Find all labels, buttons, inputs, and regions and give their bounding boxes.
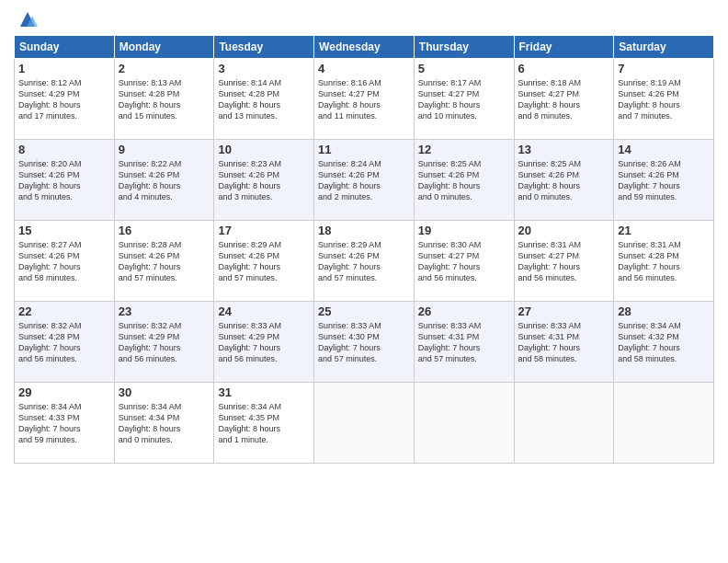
week-row-4: 22Sunrise: 8:32 AMSunset: 4:28 PMDayligh… <box>15 302 714 383</box>
calendar-cell: 20Sunrise: 8:31 AMSunset: 4:27 PMDayligh… <box>514 221 614 302</box>
calendar-cell: 12Sunrise: 8:25 AMSunset: 4:26 PMDayligh… <box>414 140 514 221</box>
calendar-cell <box>414 383 514 464</box>
calendar-cell: 2Sunrise: 8:13 AMSunset: 4:28 PMDaylight… <box>114 59 214 140</box>
calendar-cell: 19Sunrise: 8:30 AMSunset: 4:27 PMDayligh… <box>414 221 514 302</box>
logo <box>14 9 38 29</box>
day-info: Sunrise: 8:33 AMSunset: 4:31 PMDaylight:… <box>518 320 610 365</box>
calendar-cell: 17Sunrise: 8:29 AMSunset: 4:26 PMDayligh… <box>214 221 314 302</box>
weekday-header-sunday: Sunday <box>15 36 115 59</box>
day-number: 1 <box>18 62 110 75</box>
calendar-cell: 24Sunrise: 8:33 AMSunset: 4:29 PMDayligh… <box>214 302 314 383</box>
day-info: Sunrise: 8:33 AMSunset: 4:29 PMDaylight:… <box>218 320 310 365</box>
weekday-header-thursday: Thursday <box>414 36 514 59</box>
day-number: 19 <box>418 224 510 237</box>
day-number: 18 <box>318 224 410 237</box>
weekday-header-wednesday: Wednesday <box>314 36 415 59</box>
day-number: 21 <box>618 224 710 237</box>
day-info: Sunrise: 8:31 AMSunset: 4:28 PMDaylight:… <box>618 239 710 284</box>
day-number: 24 <box>218 304 310 318</box>
day-info: Sunrise: 8:20 AMSunset: 4:26 PMDaylight:… <box>18 158 110 203</box>
logo-icon <box>17 9 38 29</box>
day-number: 23 <box>119 304 210 318</box>
week-row-1: 1Sunrise: 8:12 AMSunset: 4:29 PMDaylight… <box>15 59 714 140</box>
calendar-cell: 3Sunrise: 8:14 AMSunset: 4:28 PMDaylight… <box>214 59 314 140</box>
day-number: 11 <box>318 143 410 156</box>
calendar-cell: 31Sunrise: 8:34 AMSunset: 4:35 PMDayligh… <box>214 383 314 464</box>
weekday-header-saturday: Saturday <box>614 36 714 59</box>
calendar-cell: 9Sunrise: 8:22 AMSunset: 4:26 PMDaylight… <box>114 140 214 221</box>
day-info: Sunrise: 8:30 AMSunset: 4:27 PMDaylight:… <box>418 239 510 284</box>
calendar-cell: 25Sunrise: 8:33 AMSunset: 4:30 PMDayligh… <box>314 302 415 383</box>
day-number: 6 <box>518 62 610 75</box>
day-number: 10 <box>218 143 310 156</box>
day-info: Sunrise: 8:34 AMSunset: 4:35 PMDaylight:… <box>218 401 310 446</box>
day-number: 9 <box>119 143 210 156</box>
day-info: Sunrise: 8:25 AMSunset: 4:26 PMDaylight:… <box>518 158 610 203</box>
day-number: 8 <box>18 143 110 156</box>
weekday-header-monday: Monday <box>114 36 214 59</box>
day-info: Sunrise: 8:26 AMSunset: 4:26 PMDaylight:… <box>618 158 710 203</box>
day-info: Sunrise: 8:34 AMSunset: 4:33 PMDaylight:… <box>18 401 110 446</box>
calendar-cell: 13Sunrise: 8:25 AMSunset: 4:26 PMDayligh… <box>514 140 614 221</box>
day-number: 27 <box>518 304 610 318</box>
day-info: Sunrise: 8:29 AMSunset: 4:26 PMDaylight:… <box>318 239 410 284</box>
day-info: Sunrise: 8:25 AMSunset: 4:26 PMDaylight:… <box>418 158 510 203</box>
day-info: Sunrise: 8:34 AMSunset: 4:32 PMDaylight:… <box>618 320 710 365</box>
weekday-header-tuesday: Tuesday <box>214 36 314 59</box>
page: SundayMondayTuesdayWednesdayThursdayFrid… <box>0 0 728 563</box>
day-info: Sunrise: 8:12 AMSunset: 4:29 PMDaylight:… <box>18 77 110 122</box>
day-number: 26 <box>418 304 510 318</box>
calendar-cell <box>314 383 415 464</box>
day-number: 15 <box>18 224 110 237</box>
calendar-cell <box>514 383 614 464</box>
day-number: 30 <box>119 385 210 399</box>
day-info: Sunrise: 8:32 AMSunset: 4:28 PMDaylight:… <box>18 320 110 365</box>
day-info: Sunrise: 8:16 AMSunset: 4:27 PMDaylight:… <box>318 77 410 122</box>
day-info: Sunrise: 8:27 AMSunset: 4:26 PMDaylight:… <box>18 239 110 284</box>
day-info: Sunrise: 8:22 AMSunset: 4:26 PMDaylight:… <box>119 158 210 203</box>
day-info: Sunrise: 8:19 AMSunset: 4:26 PMDaylight:… <box>618 77 710 122</box>
day-number: 5 <box>418 62 510 75</box>
day-info: Sunrise: 8:31 AMSunset: 4:27 PMDaylight:… <box>518 239 610 284</box>
day-number: 16 <box>119 224 210 237</box>
calendar-cell: 18Sunrise: 8:29 AMSunset: 4:26 PMDayligh… <box>314 221 415 302</box>
weekday-header-row: SundayMondayTuesdayWednesdayThursdayFrid… <box>15 36 714 59</box>
week-row-2: 8Sunrise: 8:20 AMSunset: 4:26 PMDaylight… <box>15 140 714 221</box>
day-info: Sunrise: 8:18 AMSunset: 4:27 PMDaylight:… <box>518 77 610 122</box>
calendar-cell: 27Sunrise: 8:33 AMSunset: 4:31 PMDayligh… <box>514 302 614 383</box>
day-number: 3 <box>218 62 310 75</box>
day-number: 14 <box>618 143 710 156</box>
calendar-cell: 16Sunrise: 8:28 AMSunset: 4:26 PMDayligh… <box>114 221 214 302</box>
day-info: Sunrise: 8:24 AMSunset: 4:26 PMDaylight:… <box>318 158 410 203</box>
calendar-cell: 29Sunrise: 8:34 AMSunset: 4:33 PMDayligh… <box>15 383 115 464</box>
calendar-cell <box>614 383 714 464</box>
day-number: 20 <box>518 224 610 237</box>
day-info: Sunrise: 8:29 AMSunset: 4:26 PMDaylight:… <box>218 239 310 284</box>
day-info: Sunrise: 8:28 AMSunset: 4:26 PMDaylight:… <box>119 239 210 284</box>
day-info: Sunrise: 8:17 AMSunset: 4:27 PMDaylight:… <box>418 77 510 122</box>
day-info: Sunrise: 8:13 AMSunset: 4:28 PMDaylight:… <box>119 77 210 122</box>
calendar-cell: 28Sunrise: 8:34 AMSunset: 4:32 PMDayligh… <box>614 302 714 383</box>
day-number: 29 <box>18 385 110 399</box>
day-number: 22 <box>18 304 110 318</box>
day-number: 31 <box>218 385 310 399</box>
calendar-cell: 8Sunrise: 8:20 AMSunset: 4:26 PMDaylight… <box>15 140 115 221</box>
day-info: Sunrise: 8:32 AMSunset: 4:29 PMDaylight:… <box>119 320 210 365</box>
week-row-5: 29Sunrise: 8:34 AMSunset: 4:33 PMDayligh… <box>15 383 714 464</box>
calendar-cell: 21Sunrise: 8:31 AMSunset: 4:28 PMDayligh… <box>614 221 714 302</box>
calendar-cell: 5Sunrise: 8:17 AMSunset: 4:27 PMDaylight… <box>414 59 514 140</box>
calendar-cell: 7Sunrise: 8:19 AMSunset: 4:26 PMDaylight… <box>614 59 714 140</box>
day-number: 2 <box>119 62 210 75</box>
calendar-cell: 10Sunrise: 8:23 AMSunset: 4:26 PMDayligh… <box>214 140 314 221</box>
day-number: 7 <box>618 62 710 75</box>
day-info: Sunrise: 8:34 AMSunset: 4:34 PMDaylight:… <box>119 401 210 446</box>
calendar-cell: 6Sunrise: 8:18 AMSunset: 4:27 PMDaylight… <box>514 59 614 140</box>
calendar-cell: 11Sunrise: 8:24 AMSunset: 4:26 PMDayligh… <box>314 140 415 221</box>
day-number: 17 <box>218 224 310 237</box>
calendar-cell: 14Sunrise: 8:26 AMSunset: 4:26 PMDayligh… <box>614 140 714 221</box>
calendar-cell: 15Sunrise: 8:27 AMSunset: 4:26 PMDayligh… <box>15 221 115 302</box>
day-number: 4 <box>318 62 410 75</box>
calendar-cell: 4Sunrise: 8:16 AMSunset: 4:27 PMDaylight… <box>314 59 415 140</box>
calendar-cell: 1Sunrise: 8:12 AMSunset: 4:29 PMDaylight… <box>15 59 115 140</box>
weekday-header-friday: Friday <box>514 36 614 59</box>
